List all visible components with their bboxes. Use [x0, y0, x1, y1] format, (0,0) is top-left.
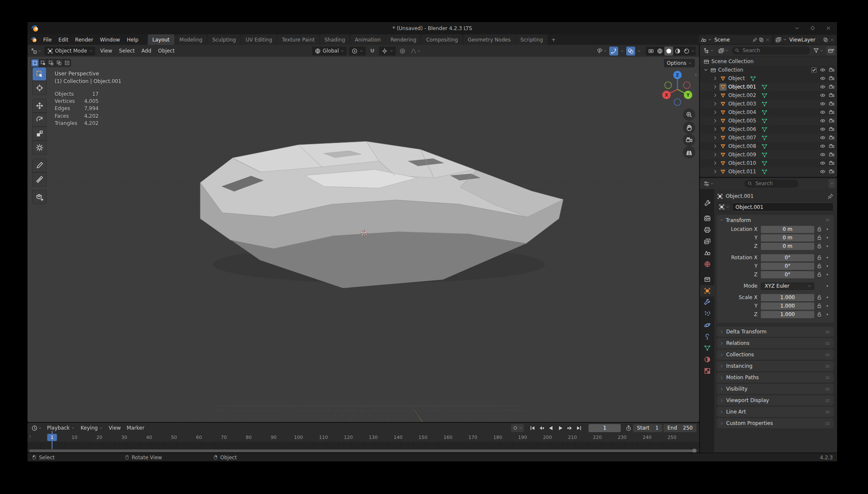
- select-mode-button[interactable]: [31, 59, 39, 67]
- hide-eye-icon[interactable]: [820, 84, 826, 90]
- drag-handle-icon[interactable]: [824, 397, 831, 404]
- properties-tab[interactable]: [700, 258, 714, 270]
- properties-tab[interactable]: [700, 297, 714, 308]
- timeline-menu-item[interactable]: Keying: [78, 423, 106, 433]
- render-camera-icon[interactable]: [829, 118, 835, 124]
- play-button[interactable]: [556, 424, 564, 432]
- select-mode-button[interactable]: [55, 59, 63, 67]
- add-workspace-button[interactable]: +: [548, 36, 559, 44]
- select-mode-button[interactable]: [39, 59, 47, 67]
- timeline-ruler[interactable]: 1020304050607080901001101201301401501601…: [28, 433, 699, 442]
- jump-to-end-button[interactable]: [575, 424, 583, 432]
- hide-eye-icon[interactable]: [820, 135, 826, 141]
- render-camera-icon[interactable]: [829, 109, 835, 115]
- render-camera-icon[interactable]: [829, 152, 835, 158]
- outliner-object-row[interactable]: Object.009: [700, 150, 837, 159]
- workspace-tab[interactable]: Sculpting: [207, 34, 240, 45]
- end-frame-field[interactable]: End 250: [663, 424, 697, 432]
- property-section[interactable]: Collections: [717, 350, 834, 360]
- object-name[interactable]: Object.004: [728, 109, 756, 115]
- expand-chevron-icon[interactable]: [713, 118, 718, 123]
- property-field[interactable]: 0°: [761, 254, 814, 261]
- tool-button[interactable]: [32, 67, 47, 81]
- hide-eye-icon[interactable]: [820, 109, 826, 115]
- next-keyframe-button[interactable]: [566, 424, 574, 432]
- menu-item[interactable]: Window: [97, 36, 123, 44]
- object-name[interactable]: Object.011: [728, 169, 756, 175]
- overlays-toggle[interactable]: [626, 47, 635, 56]
- timeline-scrollbar[interactable]: [29, 450, 695, 452]
- shading-rendered-button[interactable]: [682, 47, 691, 56]
- properties-tab[interactable]: [700, 224, 714, 236]
- outliner-object-row[interactable]: Object.003: [700, 100, 837, 108]
- object-name[interactable]: Object.010: [728, 160, 756, 166]
- filter-button[interactable]: [812, 46, 825, 55]
- property-field[interactable]: 1.000: [761, 303, 814, 310]
- shading-wireframe-button[interactable]: [655, 47, 664, 56]
- animate-dot-icon[interactable]: [825, 272, 830, 277]
- property-section[interactable]: Delta Transform: [717, 327, 834, 337]
- gizmo-axis-neg-x[interactable]: [683, 82, 690, 89]
- properties-tab[interactable]: [700, 236, 714, 247]
- blender-menu-icon[interactable]: [31, 36, 37, 43]
- hide-eye-icon[interactable]: [820, 75, 826, 81]
- property-section[interactable]: Custom Properties: [717, 418, 834, 428]
- collection-checkbox[interactable]: [811, 67, 817, 73]
- animate-dot-icon[interactable]: [825, 303, 830, 308]
- visibility-dropdown[interactable]: [595, 47, 608, 56]
- property-field[interactable]: 0°: [761, 263, 814, 270]
- properties-tab[interactable]: [700, 354, 714, 365]
- lock-icon[interactable]: [816, 294, 822, 300]
- workspace-tab[interactable]: Scripting: [516, 34, 547, 45]
- editor-type-button[interactable]: [30, 47, 43, 56]
- properties-tab[interactable]: [700, 247, 714, 258]
- breadcrumb-object-name[interactable]: Object.001: [726, 193, 754, 199]
- pin-icon[interactable]: [752, 37, 757, 42]
- snap-toggle[interactable]: [368, 47, 377, 56]
- properties-search-input[interactable]: [755, 180, 796, 187]
- drag-handle-icon[interactable]: [824, 217, 831, 223]
- current-frame-badge[interactable]: 1: [47, 434, 57, 441]
- outliner-search-input[interactable]: [742, 47, 807, 54]
- tool-button[interactable]: [32, 99, 47, 113]
- animate-dot-icon[interactable]: [825, 255, 830, 260]
- chevron-down-icon[interactable]: [703, 67, 708, 72]
- viewport-menu-item[interactable]: View: [97, 47, 116, 55]
- drag-handle-icon[interactable]: [824, 420, 831, 427]
- properties-tab[interactable]: [700, 213, 714, 224]
- outliner-object-row[interactable]: Object.002: [700, 91, 837, 100]
- snap-settings-dropdown[interactable]: [379, 47, 396, 56]
- properties-search[interactable]: [744, 180, 799, 188]
- expand-chevron-icon[interactable]: [713, 76, 718, 81]
- timeline-collapse-icon[interactable]: [28, 435, 32, 438]
- render-camera-icon[interactable]: [829, 126, 835, 132]
- lock-icon[interactable]: [816, 263, 822, 269]
- hide-eye-icon[interactable]: [820, 152, 826, 158]
- minimize-icon[interactable]: [794, 25, 800, 31]
- animate-dot-icon[interactable]: [825, 244, 830, 249]
- render-camera-icon[interactable]: [829, 92, 835, 98]
- new-viewlayer-icon[interactable]: [823, 37, 828, 42]
- timeline-menu-item[interactable]: View: [106, 423, 124, 433]
- outliner-object-row[interactable]: Object.005: [700, 117, 837, 125]
- shading-material-button[interactable]: [673, 47, 682, 56]
- property-section[interactable]: Visibility: [717, 384, 834, 394]
- menu-item[interactable]: Edit: [55, 36, 72, 44]
- tank-model[interactable]: [197, 136, 569, 293]
- workspace-tab[interactable]: Compositing: [421, 34, 462, 45]
- render-camera-icon[interactable]: [829, 75, 835, 81]
- properties-editor-button[interactable]: [702, 179, 715, 188]
- object-name[interactable]: Object.007: [728, 135, 756, 141]
- lock-icon[interactable]: [816, 311, 822, 317]
- render-camera-icon[interactable]: [829, 101, 835, 107]
- outliner-object-row[interactable]: Object.006: [700, 125, 837, 133]
- chevron-down-icon[interactable]: [691, 49, 695, 53]
- animate-dot-icon[interactable]: [825, 283, 830, 289]
- collection-row[interactable]: Collection: [700, 66, 837, 74]
- hide-eye-icon[interactable]: [820, 169, 826, 175]
- expand-chevron-icon[interactable]: [713, 127, 718, 132]
- property-section[interactable]: Viewport Display: [717, 395, 834, 405]
- jump-to-start-button[interactable]: [528, 424, 536, 432]
- properties-tab[interactable]: [700, 342, 714, 354]
- render-camera-icon[interactable]: [829, 67, 835, 73]
